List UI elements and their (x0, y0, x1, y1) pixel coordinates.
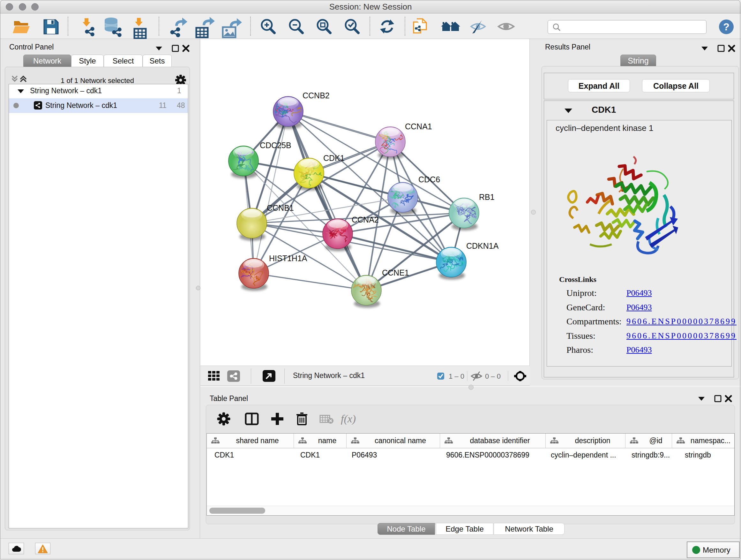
svg-text:CCNA1: CCNA1 (405, 122, 432, 131)
svg-text:HIST1H1A: HIST1H1A (269, 254, 307, 263)
svg-text:CDK1: CDK1 (323, 153, 345, 163)
svg-text:1 – 0: 1 – 0 (449, 372, 464, 380)
svg-text:RB1: RB1 (479, 192, 495, 201)
svg-text:CCNA2: CCNA2 (352, 215, 379, 224)
svg-text:CCNB1: CCNB1 (267, 203, 294, 212)
svg-text:CCNE1: CCNE1 (382, 268, 409, 277)
svg-text:CCNB2: CCNB2 (302, 91, 330, 100)
svg-text:CDC6: CDC6 (418, 175, 440, 184)
svg-text:CDC25B: CDC25B (260, 141, 291, 150)
svg-text:0 – 0: 0 – 0 (485, 372, 501, 380)
svg-text:CDKN1A: CDKN1A (466, 241, 499, 250)
svg-text:f(x): f(x) (341, 413, 356, 425)
